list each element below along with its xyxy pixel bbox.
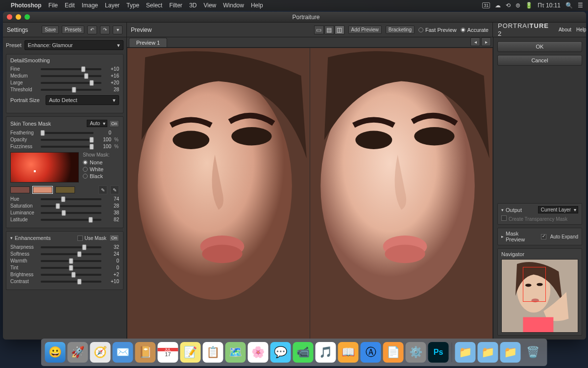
menu-type[interactable]: Type	[126, 2, 139, 9]
dock-folder2-icon[interactable]: 📁	[478, 342, 498, 363]
window-minimize-button[interactable]	[16, 14, 21, 20]
menu-window[interactable]: Window	[223, 2, 244, 9]
cloud-icon[interactable]: ☁	[495, 2, 501, 9]
battery-icon[interactable]: 🔋	[525, 2, 533, 9]
ds-slider-3[interactable]	[41, 89, 101, 91]
sync-icon[interactable]: ⟲	[506, 2, 511, 9]
undo-icon[interactable]: ↶	[87, 26, 97, 34]
en-slider-2[interactable]	[41, 260, 101, 262]
dock-safari-icon[interactable]: 🧭	[90, 342, 111, 363]
menu-select[interactable]: Select	[146, 2, 162, 9]
preset-select[interactable]: Enhance: Glamour	[24, 40, 123, 50]
wifi-icon[interactable]: ⊚	[515, 2, 520, 9]
ok-button[interactable]: OK	[497, 41, 582, 52]
view-stacked-button[interactable]: ▤	[324, 26, 334, 34]
dock-reminders-icon[interactable]: 📋	[203, 342, 223, 363]
tab-next-icon[interactable]: ▸	[481, 37, 491, 46]
auto-expand-checkbox[interactable]	[541, 234, 546, 239]
st-top-slider-2[interactable]	[41, 146, 94, 148]
fast-preview-radio[interactable]: Fast Preview	[418, 27, 457, 33]
st-bot-slider-2[interactable]	[41, 212, 101, 214]
st-bot-slider-0[interactable]	[41, 198, 101, 200]
bracketing-button[interactable]: Bracketing	[386, 26, 415, 34]
use-mask-checkbox[interactable]	[77, 236, 83, 241]
mask-black-radio[interactable]: Black	[83, 173, 109, 179]
cancel-button[interactable]: Cancel	[497, 55, 582, 66]
dock-pages-icon[interactable]: 📄	[383, 342, 404, 363]
en-slider-5[interactable]	[41, 281, 101, 283]
dock-folder3-icon[interactable]: 📁	[500, 342, 521, 363]
dock-photos-icon[interactable]: 🌸	[248, 342, 269, 363]
menu-layer[interactable]: Layer	[105, 2, 120, 9]
dock-facetime-icon[interactable]: 📹	[293, 342, 314, 363]
ds-slider-1[interactable]	[41, 75, 101, 77]
ds-slider-2[interactable]	[41, 82, 101, 84]
dock-contacts-icon[interactable]: 📔	[135, 342, 156, 363]
view-single-button[interactable]: ▭	[314, 26, 324, 34]
dropdown-icon[interactable]: ▾	[113, 26, 122, 34]
disclosure-icon[interactable]: ▸	[501, 234, 504, 239]
en-slider-3[interactable]	[41, 267, 101, 269]
st-bot-slider-1[interactable]	[41, 205, 101, 207]
dock-calendar-icon[interactable]: JUL17	[158, 342, 178, 363]
dock-settings-icon[interactable]: ⚙️	[406, 342, 426, 363]
menu-3d[interactable]: 3D	[189, 2, 196, 9]
en-slider-1[interactable]	[41, 253, 101, 255]
spotlight-icon[interactable]: 🔍	[565, 2, 573, 9]
st-top-slider-0[interactable]	[41, 132, 94, 134]
add-preview-button[interactable]: Add Preview	[348, 26, 382, 34]
dock-messages-icon[interactable]: 💬	[270, 342, 291, 363]
dock-appstore-icon[interactable]: Ⓐ	[361, 342, 381, 363]
calendar-icon[interactable]: 31	[482, 2, 490, 8]
skin-tones-mode-select[interactable]: Auto	[87, 120, 107, 127]
color-gradient-picker[interactable]	[10, 152, 79, 183]
disclosure-icon[interactable]: ▾	[10, 236, 13, 240]
mask-none-radio[interactable]: None	[83, 159, 109, 165]
dock-maps-icon[interactable]: 🗺️	[225, 342, 246, 363]
help-link[interactable]: Help	[576, 27, 586, 32]
preview-after[interactable]	[310, 48, 492, 340]
dock-itunes-icon[interactable]: 🎵	[316, 342, 336, 363]
menu-view[interactable]: View	[203, 2, 216, 9]
tab-prev-icon[interactable]: ◂	[470, 37, 480, 46]
dock-folder1-icon[interactable]: 📁	[455, 342, 476, 363]
window-zoom-button[interactable]	[24, 14, 30, 20]
dock-launchpad-icon[interactable]: 🚀	[68, 342, 88, 363]
enhancements-on-toggle[interactable]: On	[109, 235, 119, 241]
presets-button[interactable]: Presets	[62, 26, 84, 34]
ds-slider-0[interactable]	[41, 68, 101, 70]
menu-extras-icon[interactable]: ☰	[578, 2, 583, 9]
menu-filter[interactable]: Filter	[169, 2, 182, 9]
dock-trash-icon[interactable]: 🗑️	[523, 342, 543, 363]
transparency-mask-checkbox[interactable]	[501, 215, 507, 221]
skin-tones-on-toggle[interactable]: On	[109, 120, 119, 127]
menu-edit[interactable]: Edit	[65, 2, 75, 9]
st-top-slider-1[interactable]	[41, 139, 94, 141]
dock-ibooks-icon[interactable]: 📖	[338, 342, 359, 363]
dock-mail-icon[interactable]: ✉️	[113, 342, 133, 363]
menubar-app-name[interactable]: Photoshop	[11, 2, 42, 9]
redo-icon[interactable]: ↷	[100, 26, 110, 34]
clock[interactable]: Πτ 10:11	[538, 2, 561, 9]
preview-tab[interactable]: Preview 1	[129, 38, 167, 47]
disclosure-icon[interactable]: ▾	[501, 208, 504, 212]
accurate-radio[interactable]: Accurate	[461, 27, 489, 33]
preview-before[interactable]	[127, 48, 310, 340]
swatch-3[interactable]	[55, 186, 75, 193]
window-close-button[interactable]	[7, 14, 12, 20]
about-link[interactable]: About	[559, 27, 571, 32]
dock-notes-icon[interactable]: 📝	[180, 342, 201, 363]
eyedropper-icon[interactable]: ✎	[98, 185, 107, 194]
en-slider-4[interactable]	[41, 274, 101, 276]
st-bot-slider-3[interactable]	[41, 219, 101, 221]
mask-white-radio[interactable]: White	[83, 166, 109, 172]
menu-help[interactable]: Help	[251, 2, 263, 9]
swatch-1[interactable]	[10, 186, 30, 193]
menu-image[interactable]: Image	[82, 2, 98, 9]
navigator-thumbnail[interactable]	[501, 259, 578, 333]
dock-photoshop-icon[interactable]: Ps	[428, 342, 449, 363]
view-split-button[interactable]: ◫	[335, 26, 344, 34]
output-target-select[interactable]: Current Layer	[538, 206, 578, 213]
save-button[interactable]: Save	[42, 26, 59, 34]
dock-finder-icon[interactable]: 😀	[45, 342, 66, 363]
